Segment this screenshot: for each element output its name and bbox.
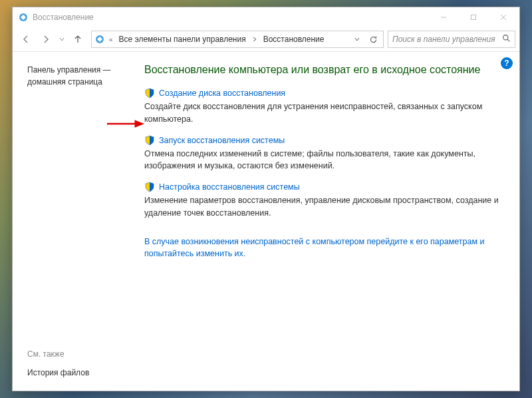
content-area: Панель управления — домашняя страница См… [13,52,519,391]
minimize-button[interactable] [428,8,458,27]
option-create-recovery-drive: Создание диска восстановления Создайте д… [144,88,505,126]
see-also-heading: См. также [27,349,131,359]
breadcrumb-seg-recovery[interactable]: Восстановление [261,33,327,45]
refresh-button[interactable] [366,32,380,47]
sidebar: Панель управления — домашняя страница См… [13,52,140,391]
configure-restore-desc: Изменение параметров восстановления, упр… [144,194,505,220]
option-configure-restore: Настройка восстановления системы Изменен… [144,182,505,220]
system-restore-link[interactable]: Запуск восстановления системы [159,136,285,145]
create-recovery-drive-desc: Создайте диск восстановления для устране… [144,100,505,126]
search-input[interactable] [392,35,502,44]
recent-dropdown[interactable] [57,30,67,49]
chevron-right-icon [251,36,259,43]
forward-button[interactable] [37,30,55,49]
search-box[interactable] [388,31,515,48]
svg-rect-2 [471,15,475,20]
svg-point-6 [503,35,508,40]
search-icon[interactable] [502,34,511,45]
titlebar: Восстановление [13,7,519,27]
breadcrumb[interactable]: « Все элементы панели управления Восстан… [91,31,384,48]
sidebar-file-history-link[interactable]: История файлов [27,368,131,377]
breadcrumb-overflow[interactable]: « [108,36,114,43]
breadcrumb-seg-all-items[interactable]: Все элементы панели управления [117,33,248,45]
up-button[interactable] [68,30,87,49]
shield-icon [144,88,155,99]
close-button[interactable] [488,8,518,27]
option-system-restore: Запуск восстановления системы Отмена пос… [144,135,505,173]
window-controls [428,8,518,27]
system-restore-desc: Отмена последних изменений в системе; фа… [144,148,505,173]
app-icon [18,12,29,23]
control-panel-window: Восстановление [12,7,520,391]
navigation-bar: « Все элементы панели управления Восстан… [13,27,519,52]
location-icon [94,34,105,45]
create-recovery-drive-link[interactable]: Создание диска восстановления [159,89,285,98]
troubleshoot-link[interactable]: В случае возникновения неисправностей с … [144,236,505,261]
shield-icon [144,182,155,192]
page-heading: Восстановление компьютера или возврат ег… [144,64,505,76]
main-content: ? Восстановление компьютера или возврат … [140,52,519,391]
maximize-button[interactable] [458,8,488,27]
breadcrumb-dropdown[interactable] [350,32,364,47]
window-title: Восстановление [33,13,428,22]
shield-icon [144,135,155,146]
svg-line-7 [507,39,509,41]
sidebar-home-link[interactable]: Панель управления — домашняя страница [27,64,131,88]
back-button[interactable] [17,30,35,49]
configure-restore-link[interactable]: Настройка восстановления системы [159,182,300,192]
